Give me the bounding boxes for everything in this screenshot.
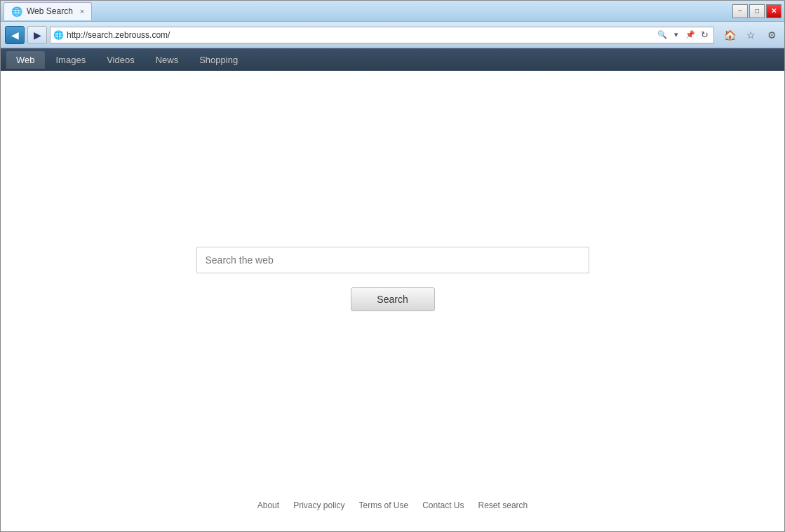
center-area: Search <box>1 71 784 486</box>
toolbar-right: 🏠 ☆ ⚙ <box>721 27 780 43</box>
title-bar: 🌐 Web Search × − □ ✕ <box>1 1 784 22</box>
nav-tab-web[interactable]: Web <box>6 51 45 69</box>
address-bar: ◀ ▶ 🌐 🔍 ▾ 📌 ↻ 🏠 ☆ ⚙ <box>1 22 784 48</box>
address-input[interactable] <box>67 30 653 40</box>
minimize-button[interactable]: − <box>732 4 748 18</box>
forward-button[interactable]: ▶ <box>27 26 47 44</box>
browser-window: 🌐 Web Search × − □ ✕ ◀ ▶ 🌐 🔍 ▾ 📌 ↻ 🏠 <box>0 0 785 532</box>
tab-close-icon[interactable]: × <box>80 7 84 15</box>
browser-tab[interactable]: 🌐 Web Search × <box>4 2 92 20</box>
refresh-button[interactable]: ↻ <box>698 27 711 43</box>
tab-title: Web Search <box>27 6 73 16</box>
favorites-button[interactable]: ☆ <box>742 27 759 43</box>
close-button[interactable]: ✕ <box>766 4 781 18</box>
search-container: Search <box>196 247 589 311</box>
address-input-wrap: 🌐 🔍 ▾ 📌 ↻ <box>50 27 714 43</box>
maximize-button[interactable]: □ <box>749 4 765 18</box>
nav-tab-news[interactable]: News <box>146 51 189 69</box>
footer-link-terms[interactable]: Terms of Use <box>358 500 408 510</box>
search-button[interactable]: Search <box>351 287 435 311</box>
search-input[interactable] <box>196 247 589 273</box>
ie-favicon: 🌐 <box>11 6 22 17</box>
home-button[interactable]: 🏠 <box>721 27 738 43</box>
address-actions: 🔍 ▾ 📌 ↻ <box>656 27 711 43</box>
window-controls: − □ ✕ <box>732 4 781 18</box>
nav-tabs: Web Images Videos News Shopping <box>1 48 784 71</box>
footer-link-reset[interactable]: Reset search <box>478 500 528 510</box>
address-ie-icon: 🌐 <box>53 30 64 40</box>
footer-area: About Privacy policy Terms of Use Contac… <box>1 486 784 531</box>
settings-button[interactable]: ⚙ <box>763 27 780 43</box>
search-address-icon[interactable]: 🔍 <box>656 27 669 43</box>
content-wrapper: Search About Privacy policy Terms of Use… <box>1 71 784 531</box>
nav-tab-videos[interactable]: Videos <box>97 51 145 69</box>
footer-link-privacy[interactable]: Privacy policy <box>293 500 344 510</box>
footer-link-contact[interactable]: Contact Us <box>422 500 464 510</box>
nav-tab-images[interactable]: Images <box>46 51 96 69</box>
dropdown-arrow-icon[interactable]: ▾ <box>670 27 683 43</box>
back-button[interactable]: ◀ <box>5 26 25 44</box>
footer-link-about[interactable]: About <box>257 500 279 510</box>
pin-icon[interactable]: 📌 <box>684 27 697 43</box>
title-bar-left: 🌐 Web Search × <box>4 2 92 20</box>
nav-tab-shopping[interactable]: Shopping <box>189 51 248 69</box>
